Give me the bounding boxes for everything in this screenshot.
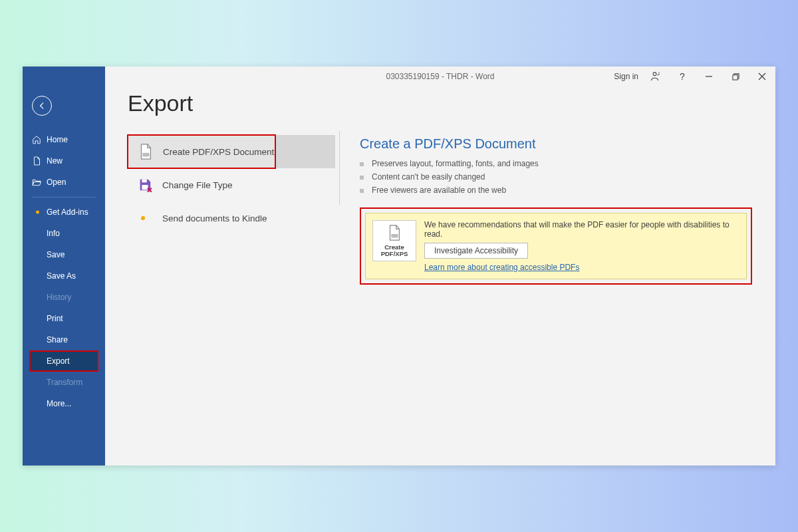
sidebar-item-transform: Transform bbox=[23, 372, 105, 393]
sidebar-item-save-as[interactable]: Save As bbox=[23, 265, 105, 287]
sidebar-label-save-as: Save As bbox=[47, 271, 76, 281]
tab-create-pdf-xps[interactable]: Create PDF/XPS Document bbox=[128, 135, 275, 168]
sidebar-label-history: History bbox=[47, 293, 71, 302]
pdf-document-icon bbox=[386, 224, 402, 241]
detail-bullet-2: Content can't be easily changed bbox=[360, 170, 775, 184]
sidebar-label-more: More... bbox=[47, 399, 71, 408]
accessibility-panel: Create PDF/XPS We have recommendations t… bbox=[360, 207, 752, 285]
help-button[interactable]: ? bbox=[669, 66, 696, 86]
sidebar-label-home: Home bbox=[47, 135, 68, 144]
title-bar: 030335190159 - THDR - Word Sign in ? bbox=[105, 66, 775, 86]
sidebar-item-print[interactable]: Print bbox=[23, 308, 105, 329]
tab-label-create-pdf: Create PDF/XPS Document bbox=[163, 147, 274, 157]
page-title: Export bbox=[128, 90, 775, 116]
main-panel: 030335190159 - THDR - Word Sign in ? bbox=[105, 66, 775, 466]
close-button[interactable] bbox=[749, 66, 775, 86]
sidebar-divider bbox=[32, 197, 96, 198]
sidebar-item-home[interactable]: Home bbox=[23, 129, 105, 150]
home-icon bbox=[32, 135, 41, 144]
create-pdf-xps-button[interactable]: Create PDF/XPS bbox=[372, 220, 416, 261]
svg-rect-2 bbox=[732, 74, 737, 79]
sidebar-item-open[interactable]: Open bbox=[23, 172, 105, 193]
sidebar-label-get-addins: Get Add-ins bbox=[47, 207, 88, 217]
back-button[interactable] bbox=[32, 96, 52, 116]
word-backstage-window: Home New Open Get Add-ins Info bbox=[23, 66, 775, 466]
investigate-accessibility-button[interactable]: Investigate Accessibility bbox=[424, 243, 528, 259]
svg-rect-6 bbox=[391, 233, 398, 237]
svg-rect-4 bbox=[142, 180, 146, 183]
sidebar-label-info: Info bbox=[47, 229, 60, 238]
detail-heading: Create a PDF/XPS Document bbox=[360, 136, 775, 152]
arrow-left-icon bbox=[37, 101, 47, 110]
svg-rect-3 bbox=[142, 153, 149, 157]
document-icon bbox=[32, 156, 41, 166]
detail-bullet-3: Free viewers are available on the web bbox=[360, 184, 775, 197]
tab-send-to-kindle[interactable]: Send documents to Kindle bbox=[128, 201, 335, 235]
account-icon[interactable] bbox=[642, 66, 669, 86]
sidebar-item-share[interactable]: Share bbox=[23, 329, 105, 350]
detail-bullets: Preserves layout, formatting, fonts, and… bbox=[360, 157, 775, 197]
sidebar-item-export[interactable]: Export bbox=[29, 350, 98, 372]
backstage-sidebar: Home New Open Get Add-ins Info bbox=[23, 66, 105, 466]
sidebar-item-save[interactable]: Save bbox=[23, 244, 105, 265]
sidebar-item-new[interactable]: New bbox=[23, 150, 105, 172]
sidebar-item-more[interactable]: More... bbox=[23, 393, 105, 414]
sidebar-label-share: Share bbox=[47, 335, 68, 344]
tab-selected-extension bbox=[275, 135, 335, 168]
minimize-button[interactable] bbox=[696, 66, 722, 86]
sidebar-item-history: History bbox=[23, 287, 105, 308]
detail-bullet-1: Preserves layout, formatting, fonts, and… bbox=[360, 157, 775, 170]
sidebar-item-get-addins[interactable]: Get Add-ins bbox=[23, 201, 105, 223]
accessibility-recommendation-text: We have recommendations that will make t… bbox=[424, 220, 739, 239]
sidebar-label-export: Export bbox=[47, 356, 70, 366]
sidebar-label-print: Print bbox=[47, 314, 63, 323]
export-options-column: Create PDF/XPS Document Change File Type… bbox=[128, 135, 335, 285]
sidebar-label-open: Open bbox=[47, 178, 66, 187]
pdf-document-icon bbox=[138, 144, 154, 160]
maximize-button[interactable] bbox=[722, 66, 749, 86]
tab-change-file-type[interactable]: Change File Type bbox=[128, 168, 335, 201]
svg-point-0 bbox=[653, 72, 656, 76]
learn-accessible-pdfs-link[interactable]: Learn more about creating accessible PDF… bbox=[424, 263, 579, 272]
tab-label-kindle: Send documents to Kindle bbox=[162, 213, 267, 223]
save-disk-icon bbox=[137, 177, 153, 193]
svg-rect-5 bbox=[142, 185, 148, 190]
folder-open-icon bbox=[32, 178, 41, 187]
sidebar-label-new: New bbox=[47, 156, 63, 166]
sidebar-label-save: Save bbox=[47, 250, 65, 259]
sign-in-link[interactable]: Sign in bbox=[610, 72, 642, 81]
sidebar-label-transform: Transform bbox=[47, 378, 82, 387]
document-title: 030335190159 - THDR - Word bbox=[386, 72, 495, 81]
tab-label-change-type: Change File Type bbox=[162, 180, 233, 190]
export-detail-pane: Create a PDF/XPS Document Preserves layo… bbox=[340, 131, 775, 285]
sidebar-item-info[interactable]: Info bbox=[23, 223, 105, 244]
create-btn-line2: PDF/XPS bbox=[381, 251, 408, 257]
